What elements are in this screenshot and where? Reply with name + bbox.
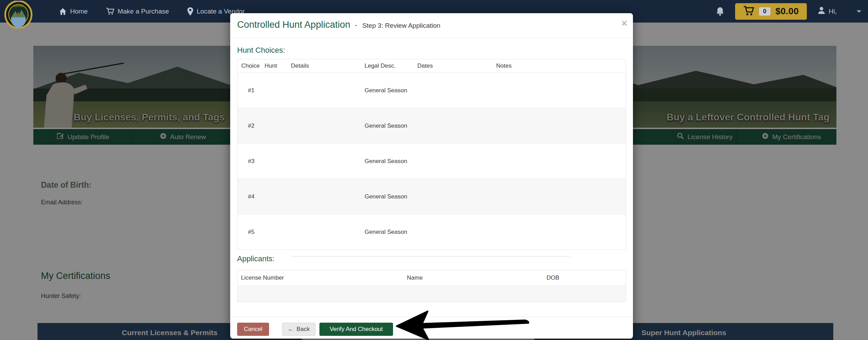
- column-header-license-number: License Number: [237, 274, 403, 281]
- verify-and-checkout-button[interactable]: Verify And Checkout: [319, 323, 393, 336]
- back-arrow-icon: ←: [288, 326, 294, 333]
- column-header-name: Name: [403, 274, 543, 281]
- applicants-table: License Number Name DOB: [237, 270, 626, 302]
- map-pin-icon: [187, 7, 193, 16]
- svg-text:IDAHO: IDAHO: [14, 4, 24, 8]
- cart-total: $0.00: [775, 6, 799, 17]
- table-scroll-track: [291, 256, 570, 257]
- choice-cell: #2: [237, 122, 261, 129]
- nav-home[interactable]: Home: [59, 8, 88, 15]
- choice-cell: #3: [237, 158, 261, 165]
- legal-desc-cell: General Season: [361, 193, 414, 200]
- notifications-bell-icon[interactable]: [716, 7, 725, 16]
- back-button-label: Back: [297, 326, 310, 333]
- cancel-button-label: Cancel: [244, 326, 262, 333]
- cart-button[interactable]: 0 $0.00: [735, 3, 807, 20]
- column-header-hunt: Hunt: [261, 62, 287, 69]
- legal-desc-cell: General Season: [361, 122, 414, 129]
- column-header-choice: Choice: [237, 62, 261, 69]
- cart-count-badge: 0: [759, 7, 770, 16]
- cart-button-icon: [743, 6, 754, 17]
- back-button[interactable]: ← Back: [282, 323, 316, 336]
- close-icon[interactable]: ×: [621, 18, 627, 28]
- legal-desc-cell: General Season: [361, 229, 414, 236]
- applicants-header-row: License Number Name DOB: [237, 270, 626, 286]
- column-header-legal-desc: Legal Desc.: [361, 62, 414, 69]
- user-icon: [817, 6, 826, 16]
- modal-header: Controlled Hunt Application · Step 3: Re…: [230, 13, 633, 38]
- hunt-choice-row: #3 General Season: [237, 144, 626, 179]
- idfg-logo[interactable]: IDAHO: [4, 1, 33, 30]
- hunt-choice-row: #5 General Season: [237, 214, 626, 250]
- column-header-dates: Dates: [414, 62, 492, 69]
- hunt-choice-row: #1 General Season: [237, 73, 626, 108]
- nav-make-a-purchase-label: Make a Purchase: [118, 8, 169, 15]
- choice-cell: #4: [237, 193, 261, 200]
- column-header-notes: Notes: [492, 62, 626, 69]
- applicant-row: [237, 286, 626, 301]
- hunt-choices-table: Choice Hunt Details Legal Desc. Dates No…: [237, 59, 626, 250]
- page: Home Make a Purchase Locate a Vendor 0 $…: [0, 0, 868, 340]
- column-header-details: Details: [287, 62, 361, 69]
- home-icon: [59, 8, 67, 15]
- user-greeting: Hi,: [829, 8, 837, 15]
- controlled-hunt-application-modal: Controlled Hunt Application · Step 3: Re…: [230, 13, 633, 339]
- choice-cell: #1: [237, 87, 261, 94]
- column-header-dob: DOB: [543, 274, 626, 281]
- cart-icon: [106, 8, 114, 15]
- nav-home-label: Home: [70, 8, 88, 15]
- modal-title: Controlled Hunt Application: [237, 19, 350, 30]
- hunt-table-header-row: Choice Hunt Details Legal Desc. Dates No…: [237, 59, 626, 73]
- modal-step-subtitle: Step 3: Review Application: [362, 22, 440, 29]
- choice-cell: #5: [237, 229, 261, 236]
- cancel-button[interactable]: Cancel: [237, 323, 269, 336]
- hunt-choice-row: #4 General Season: [237, 179, 626, 214]
- modal-footer-divider: [230, 317, 633, 317]
- applicants-heading: Applicants:: [237, 254, 275, 263]
- legal-desc-cell: General Season: [361, 158, 414, 165]
- hunt-choices-heading: Hunt Choices:: [237, 46, 285, 55]
- user-menu[interactable]: Hi,: [817, 6, 837, 16]
- chevron-down-icon[interactable]: [856, 10, 862, 13]
- title-separator: ·: [355, 22, 358, 29]
- hunt-choice-row: #2 General Season: [237, 108, 626, 144]
- verify-button-label: Verify And Checkout: [329, 326, 383, 333]
- nav-make-a-purchase[interactable]: Make a Purchase: [106, 8, 169, 15]
- legal-desc-cell: General Season: [361, 87, 414, 94]
